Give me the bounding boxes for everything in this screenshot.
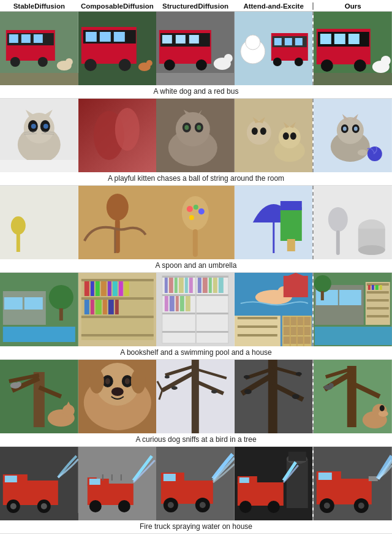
svg-point-71	[115, 108, 139, 151]
svg-point-253	[244, 375, 250, 379]
image-group-row3: A spoon and an umbrella	[0, 186, 392, 273]
svg-rect-204	[367, 291, 389, 294]
svg-rect-301	[288, 452, 306, 461]
image-group-row5: A curious dog sniffs at a bird in a tree	[0, 360, 392, 447]
img-r2c5	[312, 99, 392, 172]
svg-point-251	[244, 389, 252, 394]
image-row-2	[0, 99, 392, 172]
svg-rect-200	[339, 290, 361, 305]
svg-point-9	[66, 58, 73, 66]
svg-rect-296	[239, 477, 249, 483]
svg-rect-48	[349, 34, 360, 44]
svg-rect-25	[162, 35, 172, 44]
image-group-row4: A bookshelf and a swimming pool and a ho…	[0, 273, 392, 360]
svg-rect-165	[169, 278, 173, 293]
svg-point-135	[49, 285, 74, 310]
svg-rect-10	[0, 73, 78, 85]
caption-row1: A white dog and a red bus	[0, 85, 392, 98]
svg-point-298	[268, 501, 280, 513]
svg-rect-38	[274, 38, 282, 45]
img-r1c4	[235, 12, 313, 85]
svg-rect-40	[295, 38, 303, 45]
svg-point-7	[38, 57, 48, 67]
svg-rect-139	[81, 279, 153, 281]
svg-rect-171	[203, 278, 208, 293]
image-group-row6: Fire truck spraying water on house	[0, 447, 392, 534]
svg-rect-144	[90, 281, 94, 296]
svg-rect-107	[17, 234, 20, 252]
svg-rect-179	[186, 296, 190, 311]
svg-point-220	[17, 382, 21, 387]
svg-rect-188	[238, 325, 277, 328]
header-col4: Attend-and-Excite	[235, 2, 313, 10]
img-r4c2	[78, 273, 157, 346]
svg-rect-143	[84, 281, 89, 296]
svg-point-100	[354, 127, 358, 131]
svg-point-99	[343, 127, 347, 131]
img-r6c5	[312, 447, 392, 520]
header-col2: ComposableDiffusion	[78, 2, 157, 10]
svg-point-106	[11, 216, 26, 235]
img-r2c1	[0, 99, 78, 172]
svg-rect-269	[5, 476, 17, 482]
svg-point-279	[89, 500, 101, 512]
img-r5c2	[78, 360, 157, 433]
image-row-1: RED BIRD	[0, 12, 392, 85]
svg-rect-123	[287, 239, 295, 251]
svg-point-265	[380, 405, 385, 411]
svg-point-212	[314, 275, 331, 292]
svg-point-113	[182, 196, 209, 230]
svg-point-83	[247, 120, 271, 145]
svg-rect-17	[113, 32, 124, 42]
header-col3: StructuredDiffusion	[156, 2, 235, 10]
svg-rect-153	[95, 300, 101, 314]
svg-point-242	[172, 386, 178, 390]
caption-row4: A bookshelf and a swimming pool and a ho…	[0, 346, 392, 359]
img-r3c3	[156, 186, 235, 259]
img-r1c2: RED BIRD	[78, 12, 157, 85]
svg-point-280	[118, 500, 130, 512]
svg-point-118	[189, 215, 194, 220]
img-r6c2	[78, 447, 157, 520]
svg-point-229	[105, 378, 110, 384]
image-group-row2: A playful kitten chases a ball of string…	[0, 99, 392, 186]
svg-rect-121	[281, 207, 302, 241]
img-r1c5	[312, 12, 392, 85]
svg-point-109	[106, 194, 128, 221]
svg-rect-142	[81, 334, 153, 336]
svg-rect-16	[99, 32, 110, 42]
svg-rect-46	[320, 34, 331, 44]
svg-point-116	[194, 205, 198, 210]
svg-rect-189	[238, 334, 277, 336]
svg-point-21	[146, 60, 152, 66]
svg-rect-15	[85, 32, 96, 42]
svg-rect-201	[315, 327, 392, 345]
img-r2c2	[78, 99, 157, 172]
svg-rect-132	[4, 297, 23, 310]
svg-rect-5	[34, 34, 43, 43]
svg-point-18	[84, 59, 96, 71]
svg-point-77	[184, 125, 189, 130]
svg-point-29	[196, 59, 207, 70]
svg-rect-166	[175, 278, 178, 293]
svg-point-50	[354, 59, 366, 72]
svg-point-59	[31, 124, 36, 129]
caption-row2: A playful kitten chases a ball of string…	[0, 172, 392, 185]
svg-point-42	[295, 58, 303, 66]
svg-point-233	[130, 369, 145, 393]
svg-point-89	[279, 126, 301, 148]
svg-point-28	[164, 59, 175, 70]
svg-rect-47	[334, 34, 345, 44]
svg-rect-281	[96, 476, 130, 479]
img-r1c3	[156, 12, 235, 85]
svg-rect-27	[189, 35, 199, 44]
img-r4c4	[235, 273, 313, 346]
svg-point-252	[292, 394, 300, 399]
svg-rect-184	[284, 276, 308, 297]
header-col1: StableDiffusion	[0, 2, 78, 10]
svg-point-125	[328, 207, 348, 232]
img-r4c3	[156, 273, 235, 346]
svg-point-264	[379, 411, 388, 417]
svg-rect-169	[189, 278, 193, 293]
svg-point-115	[187, 206, 193, 212]
